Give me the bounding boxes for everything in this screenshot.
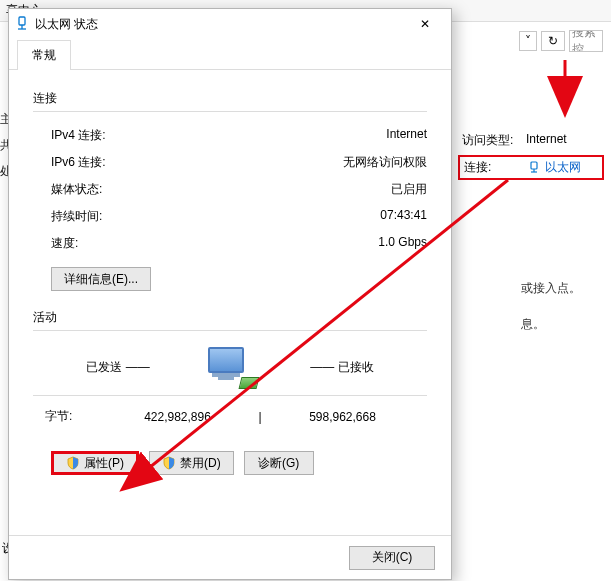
svg-rect-3 [19,17,25,25]
svg-rect-0 [531,162,537,169]
computer-icon [206,347,254,387]
sent-label: 已发送 —— [45,359,191,376]
access-type-value: Internet [526,132,567,149]
ipv4-value: Internet [386,127,427,144]
close-dialog-button[interactable]: 关闭(C) [349,546,435,570]
refresh-icon: ↻ [548,34,558,48]
activity-section: 活动 已发送 —— —— 已接收 字节: 422,982,896 | 598,9… [33,309,427,475]
duration-row: 持续时间: 07:43:41 [33,203,427,230]
divider [33,111,427,112]
divider [33,395,427,396]
history-dropdown[interactable]: ˅ [519,31,537,51]
properties-button[interactable]: 属性(P) [51,451,139,475]
action-button-row: 属性(P) 禁用(D) 诊断(G) [33,429,427,475]
bytes-separator: | [250,410,270,424]
disable-button-label: 禁用(D) [180,455,221,472]
speed-row: 速度: 1.0 Gbps [33,230,427,257]
access-type-row: 访问类型: Internet [462,132,605,149]
received-label: —— 已接收 [269,359,415,376]
details-button[interactable]: 详细信息(E)... [51,267,151,291]
dialog-content: 连接 IPv4 连接: Internet IPv6 连接: 无网络访问权限 媒体… [9,70,451,483]
activity-icon [191,347,269,387]
annotation-highlight-link: 连接: 以太网 [458,155,604,180]
disable-button[interactable]: 禁用(D) [149,451,234,475]
ethernet-status-dialog: 以太网 状态 ✕ 常规 连接 IPv4 连接: Internet IPv6 连接… [8,8,452,580]
bytes-received-value: 598,962,668 [270,410,415,424]
divider [33,330,427,331]
ipv6-row: IPv6 连接: 无网络访问权限 [33,149,427,176]
close-icon: ✕ [420,17,430,31]
tab-strip: 常规 [9,39,451,70]
dialog-footer: 关闭(C) [9,535,451,579]
ipv6-label: IPv6 连接: [51,154,106,171]
properties-button-label: 属性(P) [84,455,124,472]
diagnose-button[interactable]: 诊断(G) [244,451,314,475]
dialog-titlebar[interactable]: 以太网 状态 ✕ [9,9,451,39]
duration-label: 持续时间: [51,208,102,225]
info-text-fragments: 或接入点。 息。 [521,270,581,342]
access-type-label: 访问类型: [462,132,518,149]
activity-header: 已发送 —— —— 已接收 [33,341,427,387]
media-state-label: 媒体状态: [51,181,102,198]
speed-value: 1.0 Gbps [378,235,427,252]
activity-section-title: 活动 [33,309,427,326]
refresh-button[interactable]: ↻ [541,31,565,51]
ethernet-link[interactable]: 以太网 [528,159,581,176]
address-toolbar: ˅ ↻ 搜索控 [519,30,603,52]
bytes-sent-value: 422,982,896 [105,410,250,424]
chevron-down-icon: ˅ [525,34,531,48]
connections-label: 连接: [464,159,520,176]
ipv4-row: IPv4 连接: Internet [33,122,427,149]
dialog-title: 以太网 状态 [35,16,405,33]
search-placeholder: 搜索控 [572,30,600,52]
shield-icon [66,456,80,470]
media-state-value: 已启用 [391,181,427,198]
info-frag: 或接入点。 [521,270,581,306]
speed-label: 速度: [51,235,78,252]
bytes-label: 字节: [45,408,105,425]
info-frag: 息。 [521,306,581,342]
details-row: 详细信息(E)... [33,257,427,291]
search-input[interactable]: 搜索控 [569,30,603,52]
connection-section-title: 连接 [33,90,427,107]
ethernet-icon [15,16,29,33]
tab-general[interactable]: 常规 [17,40,71,70]
ethernet-icon [528,161,540,173]
ethernet-link-text: 以太网 [545,160,581,174]
ipv4-label: IPv4 连接: [51,127,106,144]
close-button[interactable]: ✕ [405,10,445,38]
duration-value: 07:43:41 [380,208,427,225]
bytes-row: 字节: 422,982,896 | 598,962,668 [33,404,427,429]
media-state-row: 媒体状态: 已启用 [33,176,427,203]
shield-icon [162,456,176,470]
ipv6-value: 无网络访问权限 [343,154,427,171]
